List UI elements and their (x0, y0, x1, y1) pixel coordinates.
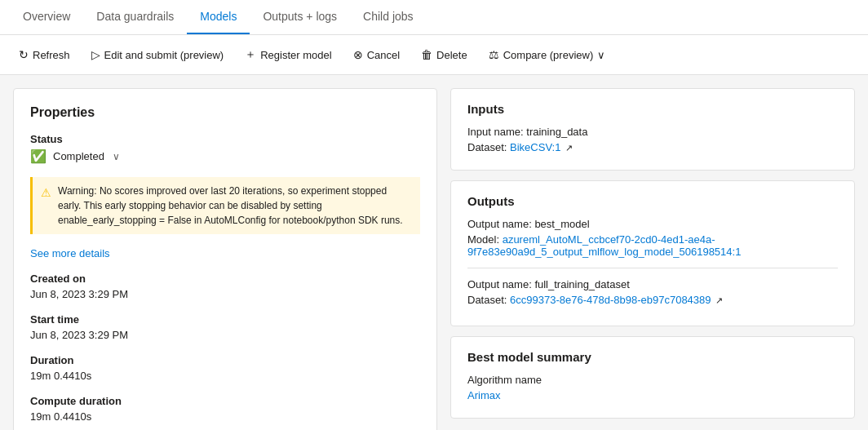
cancel-icon: ⊗ (353, 48, 363, 61)
compare-icon: ⚖ (489, 48, 499, 61)
play-icon: ▷ (91, 48, 100, 61)
start-time-group: Start time Jun 8, 2023 3:29 PM (30, 313, 420, 341)
edit-submit-label: Edit and submit (preview) (104, 49, 224, 61)
delete-button[interactable]: 🗑 Delete (412, 42, 476, 67)
output2-dataset-row: Dataset: 6cc99373-8e76-478d-8b98-eb97c70… (467, 294, 838, 306)
model-label: Model: (467, 233, 499, 246)
compute-duration-group: Compute duration 19m 0.4410s (30, 395, 420, 423)
properties-panel: Properties Status ✅ Completed ∨ ⚠ Warnin… (13, 88, 437, 430)
best-model-card: Best model summary Algorithm name Arimax (450, 336, 855, 419)
created-on-label: Created on (30, 273, 420, 285)
plus-icon: ＋ (245, 47, 256, 62)
register-model-label: Register model (260, 49, 331, 61)
dataset-label: Dataset: (467, 141, 507, 153)
output2-name-row: Output name: full_training_dataset Datas… (467, 278, 838, 306)
tab-bar: Overview Data guardrails Models Outputs … (0, 0, 868, 35)
status-value: Completed (53, 150, 104, 162)
refresh-icon: ↻ (19, 48, 29, 61)
output2-name: Output name: full_training_dataset (467, 278, 838, 290)
delete-label: Delete (436, 49, 467, 61)
properties-title: Properties (30, 105, 420, 120)
external-link-icon2: ↗ (715, 295, 723, 305)
input-name-row: Input name: training_data (467, 126, 838, 138)
tab-models[interactable]: Models (187, 0, 250, 34)
outputs-card-title: Outputs (467, 194, 838, 208)
status-chevron-button[interactable]: ∨ (111, 149, 122, 164)
output1-name: Output name: best_model (467, 218, 838, 230)
warning-box: ⚠ Warning: No scores improved over last … (30, 177, 420, 234)
refresh-button[interactable]: ↻ Refresh (10, 42, 79, 67)
compare-button[interactable]: ⚖ Compare (preview) ∨ (480, 42, 615, 67)
right-panel: Inputs Input name: training_data Dataset… (450, 88, 855, 430)
cancel-label: Cancel (367, 49, 400, 61)
output-separator (467, 268, 838, 268)
created-on-group: Created on Jun 8, 2023 3:29 PM (30, 273, 420, 300)
tab-data-guardrails[interactable]: Data guardrails (83, 0, 187, 34)
dataset-link[interactable]: BikeCSV:1 (510, 141, 560, 153)
tab-child-jobs[interactable]: Child jobs (350, 0, 426, 34)
dataset2-link[interactable]: 6cc99373-8e76-478d-8b98-eb97c7084389 (510, 294, 711, 306)
status-label: Status (30, 133, 420, 145)
warning-text: Warning: No scores improved over last 20… (58, 184, 412, 228)
inputs-card-title: Inputs (467, 102, 838, 116)
compare-label: Compare (preview) (503, 49, 594, 61)
tab-overview[interactable]: Overview (10, 0, 83, 34)
inputs-card: Inputs Input name: training_data Dataset… (450, 88, 855, 171)
completed-icon: ✅ (30, 149, 46, 164)
dataset2-label: Dataset: (467, 294, 507, 306)
duration-group: Duration 19m 0.4410s (30, 354, 420, 382)
input-dataset-row: Dataset: BikeCSV:1 ↗ (467, 141, 838, 153)
external-link-icon: ↗ (565, 143, 573, 153)
start-time-value: Jun 8, 2023 3:29 PM (30, 329, 420, 341)
see-more-link[interactable]: See more details (30, 247, 110, 259)
created-on-value: Jun 8, 2023 3:29 PM (30, 288, 420, 300)
algorithm-name-label: Algorithm name (467, 374, 838, 386)
compute-duration-value: 19m 0.4410s (30, 410, 420, 423)
output1-model-row: Model: azureml_AutoML_ccbcef70-2cd0-4ed1… (467, 233, 838, 258)
chevron-down-icon: ∨ (597, 49, 605, 61)
start-time-label: Start time (30, 313, 420, 326)
toolbar: ↻ Refresh ▷ Edit and submit (preview) ＋ … (0, 35, 868, 75)
model-link[interactable]: azureml_AutoML_ccbcef70-2cd0-4ed1-ae4a-9… (467, 233, 741, 258)
warning-icon: ⚠ (41, 184, 51, 228)
outputs-card: Outputs Output name: best_model Model: a… (450, 180, 855, 326)
refresh-label: Refresh (33, 49, 70, 61)
status-row: ✅ Completed ∨ (30, 149, 420, 164)
tab-outputs-logs[interactable]: Outputs + logs (250, 0, 350, 34)
output1-name-row: Output name: best_model Model: azureml_A… (467, 218, 838, 258)
edit-submit-button[interactable]: ▷ Edit and submit (preview) (82, 42, 233, 67)
register-model-button[interactable]: ＋ Register model (236, 42, 340, 68)
algorithm-link[interactable]: Arimax (467, 389, 500, 401)
cancel-button[interactable]: ⊗ Cancel (344, 42, 409, 67)
best-model-title: Best model summary (467, 350, 838, 364)
algorithm-link-row: Arimax (467, 389, 838, 401)
main-content: Properties Status ✅ Completed ∨ ⚠ Warnin… (0, 75, 868, 430)
status-group: Status ✅ Completed ∨ (30, 133, 420, 164)
delete-icon: 🗑 (421, 48, 432, 61)
duration-label: Duration (30, 354, 420, 366)
compute-duration-label: Compute duration (30, 395, 420, 407)
duration-value: 19m 0.4410s (30, 370, 420, 382)
